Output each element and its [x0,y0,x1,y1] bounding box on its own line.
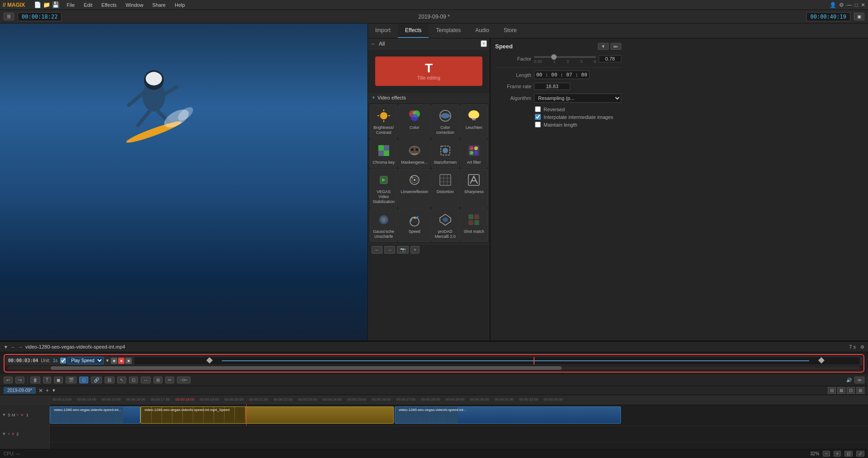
track-2-expand[interactable]: ▼ [2,431,6,436]
effect-speed[interactable]: Speed [398,208,430,242]
tab-templates[interactable]: Templates [429,24,468,38]
tc-arrow-btn[interactable]: ↖ [117,377,126,383]
filter-back-btn[interactable]: ← [371,41,376,47]
tc-film-btn[interactable]: 🎬 [66,377,76,383]
tc-redo-btn[interactable]: ↪ [15,377,24,383]
kf-icon-2[interactable]: ■ [118,358,124,364]
tab-import[interactable]: Import [368,24,398,38]
effect-prodad[interactable]: proDAD Mercalli 2.0 [431,208,459,242]
algorithm-select[interactable]: Resampling (p... [534,94,621,103]
clip-yellow-middle[interactable]: video-1280-seo-vegas-videofx-speed-int.m… [140,406,394,424]
tc-more-btn[interactable]: ≫ [854,377,864,383]
fullscreen-btn[interactable]: ⤢ [856,451,864,457]
zoom-fit-btn[interactable]: ⊡ [844,451,853,457]
menu-icon-save[interactable]: 💾 [52,1,59,8]
title-edit-card[interactable]: T Title editing [375,57,482,86]
tc-active-btn[interactable]: ⊡ [79,377,88,383]
kf-diamond-right[interactable] [818,357,825,363]
kf-icon-3[interactable]: ■ [125,358,132,364]
menu-icon-new[interactable]: 📄 [34,1,41,8]
tc-link-btn[interactable]: 🔗 [91,377,102,383]
video-effects-header[interactable]: ▼ Video effects [368,93,490,103]
file-bar-collapse[interactable]: ▼ [4,345,8,349]
track-1-expand[interactable]: ▼ [2,412,6,417]
effects-next-btn[interactable]: → [384,246,395,254]
track-1-add[interactable]: + [16,413,19,417]
view-btn-3[interactable]: ⊡ [847,387,855,394]
kf-select-dropdown-btn[interactable]: ▼ [105,358,110,363]
win-profile[interactable]: 👤 [830,2,836,8]
effects-add-btn[interactable]: + [410,246,420,254]
project-tab-add[interactable]: + [46,387,49,394]
track-2-add[interactable]: + [8,432,10,436]
tc-stretch-btn[interactable]: ↔ [141,377,151,383]
tc-unlink-btn[interactable]: ⛓ [105,377,114,383]
project-tab-dropdown[interactable]: ▼ [52,388,56,393]
tc-split-btn[interactable]: ⊣⊢ [177,377,191,383]
menu-share[interactable]: Share [151,1,167,9]
file-bar-next[interactable]: → [18,345,23,349]
win-maximize[interactable]: □ [855,2,858,8]
factor-slider[interactable] [534,56,596,58]
effect-distortion[interactable]: Distortion [431,169,459,207]
track-2-close[interactable]: ✕ [11,432,15,436]
effect-gauss[interactable]: Gauss'sche Unschärfe [370,208,397,242]
tc-text-btn[interactable]: T [43,377,51,383]
menu-icon-open[interactable]: 📁 [43,1,50,8]
effects-camera-btn[interactable]: 📷 [397,246,409,254]
menu-edit[interactable]: Edit [82,1,94,9]
effect-color-correction[interactable]: Color correction [431,104,459,138]
win-minimize[interactable]: — [847,2,852,8]
effect-vegas-video[interactable]: VEGAS Video Stabilization [370,169,397,207]
effects-prev-btn[interactable]: ← [372,246,382,254]
view-btn-4[interactable]: ⊞ [856,387,864,394]
file-bar-prev[interactable]: ← [11,345,15,349]
file-bar-settings[interactable]: ⚙ [860,345,864,349]
tc-cut-btn[interactable]: ✂ [165,377,174,383]
effect-sharpness[interactable]: Sharpness [460,169,488,207]
toolbar-menu-btn[interactable]: ☰ [4,13,14,20]
kf-diamond-left[interactable] [206,357,212,363]
effect-stanzformen[interactable]: Stanzformen [431,139,459,168]
track-1-close[interactable]: ✕ [20,413,24,417]
menu-window[interactable]: Window [124,1,145,9]
menu-help[interactable]: Help [173,1,187,9]
kf-icon-1[interactable]: ■ [111,358,117,364]
effect-linsenreflexion[interactable]: Linsenreflexion [398,169,430,207]
maintain-checkbox[interactable] [535,122,541,127]
win-settings[interactable]: ⚙ [839,2,844,8]
effect-color[interactable]: Color [398,104,430,138]
zoom-in-btn[interactable]: + [834,451,841,457]
menu-effects[interactable]: Effects [100,1,118,9]
effect-shot-match[interactable]: Shot match [460,208,488,242]
view-btn-2[interactable]: ⊠ [837,387,845,394]
effect-art-filter[interactable]: Art filter [460,139,488,168]
filter-dropdown-btn[interactable]: ▼ [481,40,487,47]
tab-effects[interactable]: Effects [398,24,429,38]
tc-trim-btn[interactable]: ⊡ [129,377,138,383]
project-tab-close[interactable]: ✕ [38,387,43,394]
tc-marker-btn[interactable]: ◼ [54,377,63,383]
toolbar-overflow-btn[interactable]: ▣ [854,13,864,20]
menu-file[interactable]: File [65,1,76,9]
zoom-minus-btn[interactable]: − [823,451,830,457]
win-close[interactable]: ✕ [861,2,865,8]
tc-align-btn[interactable]: ⊞ [153,377,162,383]
effect-maskengene[interactable]: Maskengene... [398,139,430,168]
kf-play-speed-checkbox[interactable] [60,358,66,364]
reversed-checkbox[interactable] [535,106,541,112]
timeline-content[interactable]: 00:00:13:00 00:00:14:00 00:00:15:00 00:0… [50,395,868,449]
tc-delete-btn[interactable]: 🗑 [30,377,40,383]
kf-scrollbar[interactable] [8,366,860,370]
effects-scroll[interactable]: T Title editing ▼ Video effects [368,49,490,255]
effect-brightness[interactable]: Brightness/Contrast [370,104,397,138]
tab-store[interactable]: Store [496,24,524,38]
project-tab[interactable]: 2019-09-09* [4,387,36,394]
panel-nav-btn[interactable]: ⏭ [610,43,621,50]
frame-rate-value[interactable]: 18.83 [534,83,570,90]
tc-undo-btn[interactable]: ↩ [4,377,13,383]
clip-blue-left[interactable]: video-1280-seo-vegas-videofx-speed-int..… [50,406,140,424]
view-btn-1[interactable]: ⊟ [828,387,836,394]
effect-chroma-key[interactable]: Chroma key [370,139,397,168]
clip-blue-right[interactable]: video-1280-seo-vegas-videofx-speed-int..… [395,406,621,424]
